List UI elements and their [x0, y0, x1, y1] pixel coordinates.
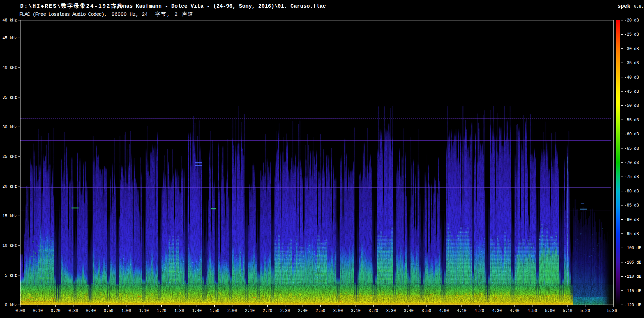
- svg-text:3:00: 3:00: [333, 309, 343, 313]
- svg-text:0:10: 0:10: [33, 309, 43, 313]
- svg-text:-35 dB: -35 dB: [625, 61, 639, 65]
- svg-text:-20 dB: -20 dB: [625, 18, 639, 23]
- svg-text:1:10: 1:10: [139, 309, 149, 313]
- svg-text:1:20: 1:20: [157, 309, 166, 313]
- svg-text:48 kHz: 48 kHz: [2, 18, 17, 23]
- svg-text:10 kHz: 10 kHz: [2, 243, 17, 248]
- svg-text:45 kHz: 45 kHz: [2, 36, 17, 41]
- svg-text:20 kHz: 20 kHz: [2, 184, 17, 189]
- svg-text:3:40: 3:40: [404, 309, 414, 313]
- svg-text:-120 dB: -120 dB: [625, 303, 641, 308]
- svg-text:25 kHz: 25 kHz: [2, 154, 17, 159]
- svg-text:2:00: 2:00: [227, 309, 237, 313]
- svg-text:2:50: 2:50: [316, 309, 325, 313]
- svg-text:3:50: 3:50: [422, 309, 431, 313]
- svg-text:0:20: 0:20: [51, 309, 60, 313]
- svg-text:-60 dB: -60 dB: [625, 132, 639, 137]
- svg-text:-90 dB: -90 dB: [625, 218, 639, 222]
- svg-text:4:50: 4:50: [527, 309, 537, 313]
- svg-text:FLAC (Free Lossless Audio Code: FLAC (Free Lossless Audio Codec),: [19, 12, 107, 17]
- svg-text:-50 dB: -50 dB: [625, 103, 639, 108]
- svg-text:-30 dB: -30 dB: [625, 47, 639, 51]
- svg-text:5:00: 5:00: [545, 309, 555, 313]
- svg-text:3:30: 3:30: [386, 309, 396, 313]
- svg-text:0:50: 0:50: [104, 309, 113, 313]
- svg-text:0 kHz: 0 kHz: [5, 303, 17, 308]
- svg-text:-75 dB: -75 dB: [625, 175, 639, 179]
- svg-text:0.8.2: 0.8.2: [634, 4, 644, 9]
- svg-text:2:20: 2:20: [263, 309, 272, 313]
- svg-text:字节, 2 声道: 字节, 2 声道: [155, 11, 194, 17]
- svg-text:-105 dB: -105 dB: [625, 260, 641, 265]
- svg-text:0:00: 0:00: [15, 309, 25, 313]
- svg-text:-45 dB: -45 dB: [625, 89, 639, 94]
- svg-text:4:30: 4:30: [492, 309, 502, 313]
- svg-text:1:50: 1:50: [210, 309, 219, 313]
- svg-text:0:40: 0:40: [86, 309, 96, 313]
- svg-text:-85 dB: -85 dB: [625, 203, 639, 208]
- svg-text:1:40: 1:40: [192, 309, 202, 313]
- svg-text:-95 dB: -95 dB: [625, 232, 639, 236]
- svg-text:3:20: 3:20: [369, 309, 378, 313]
- svg-text:spek: spek: [618, 3, 631, 9]
- svg-text:5 kHz: 5 kHz: [5, 273, 17, 278]
- svg-text:0:30: 0:30: [68, 309, 78, 313]
- svg-text:4:00: 4:00: [439, 309, 449, 313]
- svg-text:4:20: 4:20: [475, 309, 484, 313]
- svg-text:5:20: 5:20: [580, 309, 590, 313]
- svg-text:2:40: 2:40: [298, 309, 308, 313]
- svg-text:-25 dB: -25 dB: [625, 32, 639, 37]
- svg-text:4:10: 4:10: [457, 309, 467, 313]
- svg-text:1:00: 1:00: [121, 309, 131, 313]
- svg-text:96000 Hz, 24: 96000 Hz, 24: [112, 12, 148, 17]
- svg-text:40 kHz: 40 kHz: [2, 65, 17, 70]
- svg-text:2:30: 2:30: [280, 309, 290, 313]
- svg-text:-115 dB: -115 dB: [625, 289, 641, 293]
- svg-text:-80 dB: -80 dB: [625, 189, 639, 194]
- svg-text:30 kHz: 30 kHz: [2, 125, 17, 130]
- svg-text:3:10: 3:10: [351, 309, 361, 313]
- svg-text:35 kHz: 35 kHz: [2, 95, 17, 100]
- svg-text:15 kHz: 15 kHz: [2, 214, 17, 219]
- svg-text:-40 dB: -40 dB: [625, 75, 639, 80]
- svg-text:-70 dB: -70 dB: [625, 161, 639, 165]
- svg-text:D:\HI◆RES\数字母带24-192古典: D:\HI◆RES\数字母带24-192古典: [20, 3, 123, 9]
- svg-text:\Jonas Kaufmann - Dolce Vita -: \Jonas Kaufmann - Dolce Vita - (24-96, S…: [113, 3, 326, 9]
- svg-text:4:40: 4:40: [510, 309, 520, 313]
- svg-text:1:30: 1:30: [174, 309, 184, 313]
- svg-text:5:10: 5:10: [563, 309, 573, 313]
- svg-text:-110 dB: -110 dB: [625, 274, 641, 279]
- svg-text:-65 dB: -65 dB: [625, 146, 639, 151]
- svg-text:2:10: 2:10: [245, 309, 255, 313]
- svg-text:-100 dB: -100 dB: [625, 246, 641, 251]
- svg-text:-55 dB: -55 dB: [625, 118, 639, 123]
- svg-text:5:36: 5:36: [607, 309, 617, 313]
